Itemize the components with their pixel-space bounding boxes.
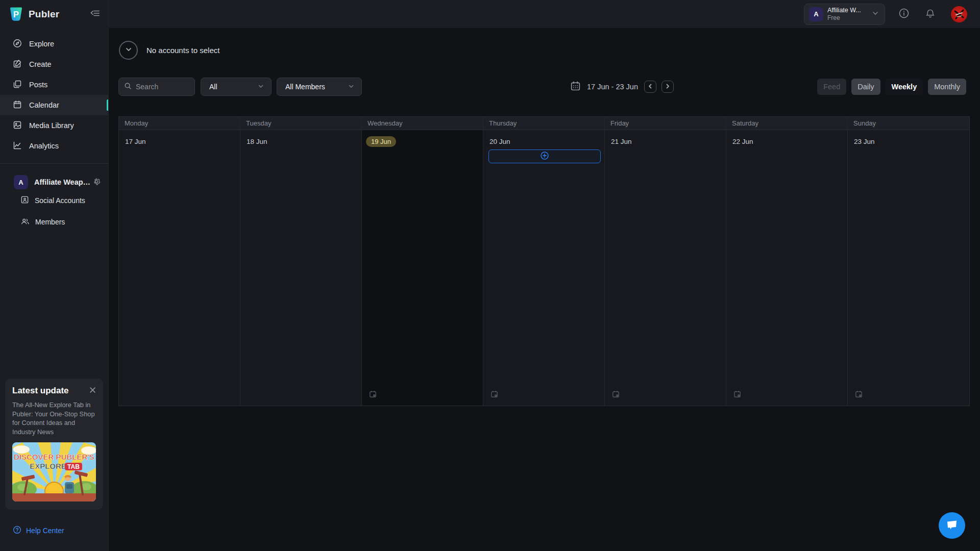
- avatar-artwork: [951, 6, 967, 22]
- update-card-close-button[interactable]: [89, 387, 96, 395]
- sidebar-item-label: Posts: [29, 81, 47, 89]
- workspace-name: Affiliate W...: [827, 7, 871, 14]
- chevron-down-icon: [871, 9, 880, 20]
- chat-support-button[interactable]: [939, 512, 965, 539]
- search-icon: [124, 82, 132, 92]
- main-content: No accounts to select All All Members 17…: [109, 28, 980, 551]
- gear-icon: [92, 177, 101, 188]
- day-cell[interactable]: 23 Jun: [848, 130, 969, 406]
- accounts-selector-row: No accounts to select: [119, 41, 219, 60]
- update-card-title: Latest update: [12, 386, 69, 396]
- view-toggle-monthly[interactable]: Monthly: [928, 79, 966, 95]
- close-icon: [89, 387, 96, 395]
- day-cell[interactable]: 17 Jun: [119, 130, 240, 406]
- workspace-selector[interactable]: A Affiliate W... Free: [804, 4, 885, 25]
- draft-calendar-icon: [733, 390, 742, 400]
- sidebar: P Publer Explore Create Posts Calendar M…: [0, 0, 109, 551]
- help-center-label: Help Center: [26, 527, 64, 535]
- accounts-expand-button[interactable]: [119, 41, 138, 60]
- draft-calendar-icon: [611, 390, 620, 400]
- app-title: Publer: [29, 9, 59, 20]
- day-header-label: Tuesday: [240, 117, 362, 130]
- calendar-icon: [13, 100, 22, 111]
- notifications-button[interactable]: [925, 8, 936, 20]
- today-badge: 19 Jun: [366, 136, 396, 147]
- sidebar-item-members[interactable]: Members: [0, 212, 108, 232]
- sub-item-label: Members: [35, 218, 65, 226]
- sidebar-item-label: Calendar: [29, 101, 59, 109]
- top-bar-actions: A Affiliate W... Free: [804, 0, 967, 28]
- svg-text:P: P: [13, 10, 19, 19]
- workspace-avatar: A: [809, 7, 823, 21]
- workspace-header[interactable]: A Affiliate Weap…: [14, 175, 101, 189]
- chevron-down-icon: [125, 45, 133, 55]
- sidebar-collapse-button[interactable]: [90, 9, 100, 19]
- sidebar-item-analytics[interactable]: Analytics: [0, 136, 108, 156]
- members-filter-value: All Members: [285, 83, 325, 91]
- update-image-headline-2: EXPLORE: [30, 462, 66, 470]
- day-date-label: 17 Jun: [125, 138, 146, 145]
- day-cell[interactable]: 22 Jun: [726, 130, 848, 406]
- calendar-body-row: 17 Jun 18 Jun 19 Jun 20 Jun 21 Jun: [119, 130, 969, 406]
- workspace-settings-button[interactable]: [92, 177, 101, 188]
- next-week-button[interactable]: [662, 81, 674, 93]
- search-box[interactable]: [118, 78, 195, 96]
- post-type-filter[interactable]: All: [201, 78, 272, 96]
- day-cell[interactable]: 21 Jun: [605, 130, 726, 406]
- update-image-headline: DISCOVER PUBLER'S: [14, 453, 94, 461]
- chevron-right-icon: [665, 83, 671, 91]
- day-date-label: 18 Jun: [247, 138, 267, 145]
- post-type-filter-value: All: [209, 83, 217, 91]
- draft-calendar-icon: [369, 390, 377, 400]
- sidebar-item-label: Analytics: [29, 142, 59, 150]
- sidebar-item-social-accounts[interactable]: Social Accounts: [0, 190, 108, 211]
- chevron-down-icon: [257, 82, 265, 92]
- view-toggle-daily[interactable]: Daily: [851, 79, 880, 95]
- view-toggle-weekly[interactable]: Weekly: [886, 79, 923, 95]
- view-mode-toggles: Feed Daily Weekly Monthly: [817, 79, 966, 95]
- help-center-link[interactable]: Help Center: [13, 525, 64, 536]
- image-icon: [13, 120, 22, 131]
- day-date-label: 23 Jun: [854, 138, 875, 145]
- date-range-navigator: 17 Jun - 23 Jun: [570, 78, 674, 96]
- day-date-label: 20 Jun: [489, 138, 510, 145]
- plus-circle-icon: [540, 151, 549, 162]
- sidebar-item-label: Media Library: [29, 121, 74, 130]
- no-accounts-message: No accounts to select: [146, 46, 219, 55]
- chevron-left-icon: [647, 83, 653, 91]
- compass-icon: [13, 39, 22, 49]
- day-cell[interactable]: 20 Jun: [483, 130, 605, 406]
- add-post-slot[interactable]: [488, 149, 601, 163]
- info-icon: [898, 8, 910, 20]
- info-button[interactable]: [898, 8, 910, 20]
- sidebar-item-explore[interactable]: Explore: [0, 34, 108, 54]
- top-bar: A Affiliate W... Free: [0, 0, 980, 28]
- day-header-label: Thursday: [483, 117, 605, 130]
- previous-week-button[interactable]: [644, 81, 656, 93]
- sidebar-item-posts[interactable]: Posts: [0, 74, 108, 95]
- update-card-text: The All-New Explore Tab in Publer: Your …: [12, 400, 96, 436]
- sidebar-item-media-library[interactable]: Media Library: [0, 115, 108, 136]
- sidebar-nav: Explore Create Posts Calendar Media Libr…: [0, 34, 108, 156]
- posts-icon: [13, 80, 22, 90]
- latest-update-card: Latest update The All-New Explore Tab in…: [5, 379, 103, 510]
- update-card-image[interactable]: DISCOVER PUBLER'S EXPLORE TAB: [12, 442, 96, 502]
- members-filter[interactable]: All Members: [277, 78, 362, 96]
- day-header-label: Friday: [605, 117, 726, 130]
- weekly-calendar: Monday Tuesday Wednesday Thursday Friday…: [118, 116, 970, 406]
- day-cell[interactable]: 19 Jun: [362, 130, 483, 406]
- workspace-plan-badge: Free: [827, 14, 871, 21]
- sub-item-label: Social Accounts: [35, 196, 85, 205]
- sidebar-item-create[interactable]: Create: [0, 54, 108, 74]
- day-date-label: 22 Jun: [732, 138, 753, 145]
- day-cell[interactable]: 18 Jun: [240, 130, 362, 406]
- contact-card-icon: [20, 195, 29, 206]
- view-toggle-feed[interactable]: Feed: [817, 79, 846, 95]
- search-input[interactable]: [136, 83, 189, 91]
- collapse-sidebar-icon: [90, 9, 100, 19]
- draft-calendar-icon: [854, 390, 863, 400]
- chat-bubble-icon: [945, 518, 959, 533]
- sidebar-item-calendar[interactable]: Calendar: [0, 95, 108, 115]
- workspace-name: Affiliate Weap…: [34, 178, 92, 186]
- user-avatar[interactable]: [951, 6, 967, 22]
